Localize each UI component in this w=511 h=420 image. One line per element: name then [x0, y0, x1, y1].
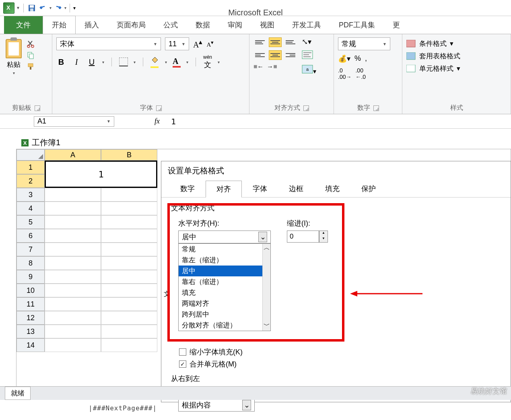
font-color-icon[interactable]: A: [173, 57, 181, 68]
row-header[interactable]: 5: [16, 215, 45, 229]
cell[interactable]: [45, 297, 101, 311]
paste-dropdown-icon[interactable]: ▾: [13, 71, 15, 75]
spinner-up-icon[interactable]: ▲: [319, 231, 328, 237]
tab-insert[interactable]: 插入: [76, 16, 108, 34]
border-icon[interactable]: [119, 58, 128, 66]
row-header[interactable]: 10: [16, 284, 45, 297]
row-header[interactable]: 2: [16, 174, 45, 188]
increase-font-icon[interactable]: A▴: [193, 38, 202, 49]
tab-formula[interactable]: 公式: [155, 16, 187, 34]
row-header[interactable]: 14: [16, 338, 45, 352]
combo-dropdown-icon[interactable]: ⌄: [242, 400, 251, 410]
tab-more[interactable]: 更: [384, 16, 409, 34]
row-header[interactable]: 6: [16, 229, 45, 243]
row-header[interactable]: 4: [16, 202, 45, 215]
column-header-b[interactable]: B: [101, 149, 157, 161]
row-header[interactable]: 9: [16, 270, 45, 284]
align-middle-icon[interactable]: [269, 37, 282, 47]
fill-color-icon[interactable]: [150, 56, 159, 68]
tab-review[interactable]: 审阅: [219, 16, 251, 34]
dlg-tab-font[interactable]: 字体: [242, 180, 278, 197]
decrease-indent-icon[interactable]: ≡←: [253, 63, 264, 70]
cut-icon[interactable]: [27, 40, 35, 48]
cell[interactable]: [101, 215, 157, 229]
redo-dropdown-icon[interactable]: ▾: [64, 6, 66, 10]
cell[interactable]: [45, 215, 101, 229]
undo-icon[interactable]: [38, 3, 48, 13]
dd-option[interactable]: 常规: [179, 244, 270, 255]
save-icon[interactable]: [27, 3, 37, 13]
dd-option[interactable]: 靠左（缩进）: [179, 255, 270, 266]
font-size-select[interactable]: 11▼: [165, 37, 189, 50]
h-align-combo[interactable]: 居中 ⌄: [178, 231, 271, 243]
dd-option[interactable]: 填充: [179, 287, 270, 298]
font-name-select[interactable]: 宋体▼: [56, 37, 161, 50]
indent-input[interactable]: [287, 231, 319, 243]
decrease-font-icon[interactable]: A▾: [206, 39, 214, 48]
dd-option[interactable]: 靠右（缩进）: [179, 276, 270, 287]
underline-button[interactable]: U: [87, 58, 97, 67]
number-launcher-icon[interactable]: [373, 105, 379, 111]
name-box[interactable]: A1▼: [34, 116, 114, 127]
currency-icon[interactable]: 💰▾: [338, 54, 350, 63]
align-launcher-icon[interactable]: [303, 105, 309, 111]
row-header[interactable]: 8: [16, 256, 45, 270]
column-header-a[interactable]: A: [45, 149, 101, 161]
cell[interactable]: [45, 256, 101, 270]
increase-indent-icon[interactable]: →≡: [267, 63, 277, 70]
cell[interactable]: [101, 202, 157, 215]
cell[interactable]: [101, 256, 157, 270]
cell-a1-b2-merged[interactable]: 1: [45, 161, 157, 188]
dlg-tab-border[interactable]: 边框: [278, 180, 314, 197]
number-format-select[interactable]: 常规▼: [338, 37, 390, 50]
align-top-icon[interactable]: [253, 37, 266, 47]
dd-option[interactable]: 分散对齐（缩进）: [179, 320, 270, 331]
dd-option[interactable]: 两端对齐: [179, 298, 270, 309]
spinner-down-icon[interactable]: ▼: [319, 237, 328, 242]
orientation-icon[interactable]: ⤡▾: [302, 37, 316, 46]
decrease-decimal-icon[interactable]: .00←.0: [355, 67, 366, 80]
percent-icon[interactable]: %: [354, 54, 361, 63]
row-header[interactable]: 7: [16, 243, 45, 256]
cell[interactable]: [45, 243, 101, 256]
dd-option-selected[interactable]: 居中: [179, 266, 270, 276]
undo-dropdown-icon[interactable]: ▾: [49, 6, 52, 10]
formula-input[interactable]: [168, 116, 509, 127]
cell[interactable]: [45, 311, 101, 325]
increase-decimal-icon[interactable]: .0.00→: [338, 67, 351, 80]
italic-button[interactable]: I: [72, 58, 81, 67]
tab-pdf[interactable]: PDF工具集: [330, 16, 384, 34]
indent-spinner[interactable]: ▲▼: [287, 231, 328, 243]
row-header[interactable]: 3: [16, 188, 45, 202]
bold-button[interactable]: B: [56, 58, 66, 67]
cell[interactable]: [45, 202, 101, 215]
merge-checkbox[interactable]: ✓: [179, 360, 186, 368]
row-header[interactable]: 11: [16, 297, 45, 311]
dlg-tab-number[interactable]: 数字: [169, 180, 206, 197]
conditional-format-button[interactable]: 条件格式 ▾: [406, 37, 507, 50]
cell[interactable]: [101, 338, 157, 352]
tab-file[interactable]: 文件: [4, 16, 43, 34]
tab-data[interactable]: 数据: [187, 16, 219, 34]
cell[interactable]: [101, 325, 157, 338]
redo-icon[interactable]: [53, 3, 63, 13]
dd-option[interactable]: 跨列居中: [179, 309, 270, 320]
cell[interactable]: [101, 243, 157, 256]
merge-center-icon[interactable]: a▾: [302, 65, 316, 75]
table-format-button[interactable]: 套用表格格式: [406, 50, 507, 62]
tab-home[interactable]: 开始: [43, 16, 76, 34]
select-all-corner[interactable]: [16, 149, 45, 161]
paste-button[interactable]: 粘贴 ▾: [4, 37, 23, 101]
row-header[interactable]: 12: [16, 311, 45, 325]
cell[interactable]: [45, 188, 101, 202]
align-center-icon[interactable]: [269, 50, 282, 60]
text-dir-combo[interactable]: 根据内容 ⌄: [178, 399, 255, 412]
qat-customize-icon[interactable]: ▾: [73, 5, 76, 11]
cell[interactable]: [45, 284, 101, 297]
font-launcher-icon[interactable]: [156, 105, 162, 111]
cell[interactable]: [101, 284, 157, 297]
cell[interactable]: [45, 270, 101, 284]
combo-dropdown-icon[interactable]: ⌄: [258, 232, 267, 242]
qat-dropdown-icon[interactable]: ▼: [16, 6, 20, 10]
phonetic-icon[interactable]: wén文: [203, 54, 212, 70]
